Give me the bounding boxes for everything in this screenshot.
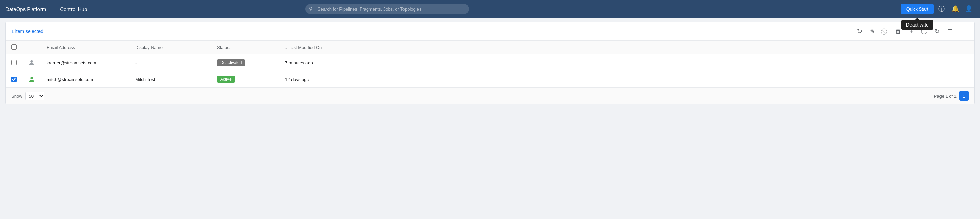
deactivate-tooltip-wrap: Quick Start Deactivate	[901, 4, 934, 14]
header-email: Email Address	[41, 41, 130, 54]
search-icon: ⚲	[309, 6, 312, 11]
plus-icon: +	[910, 28, 913, 35]
cell-display-name-0: -	[130, 54, 212, 71]
cell-email-1: mitch@streamsets.com	[41, 71, 130, 88]
user-avatar-icon: 👤	[965, 5, 972, 13]
per-page-select[interactable]: 102550100	[25, 92, 44, 100]
header-checkbox-col	[6, 41, 22, 54]
ban-button[interactable]: ⃠	[880, 25, 891, 37]
table-toolbar: 1 item selected ↻ ✎ ⃠ 🗑 + ⓘ ↻	[6, 22, 974, 41]
help-nav-button[interactable]: ⓘ	[936, 3, 947, 14]
users-table: Email Address Display Name Status ↓Last …	[6, 41, 974, 87]
header-last-modified: ↓Last Modified On	[280, 41, 974, 54]
help-icon: ⓘ	[921, 27, 927, 35]
delete-button[interactable]: 🗑	[892, 25, 904, 37]
navbar: DataOps Platform Control Hub ⚲ Quick Sta…	[0, 0, 980, 18]
row-checkbox-0[interactable]	[11, 60, 17, 65]
edit-button[interactable]: ✎	[867, 25, 878, 37]
notifications-button[interactable]: 🔔	[949, 3, 961, 14]
sync-button[interactable]: ↻	[854, 25, 865, 37]
page-1-button[interactable]: 1	[959, 91, 969, 101]
select-all-checkbox[interactable]	[11, 44, 17, 50]
sort-down-icon: ↓	[285, 45, 287, 50]
sync-icon: ↻	[857, 27, 862, 35]
filter-button[interactable]: ☰	[944, 25, 956, 37]
nav-divider	[53, 4, 53, 14]
selected-count: 1 item selected	[11, 29, 43, 34]
search-input[interactable]	[305, 4, 469, 14]
page-info: Page 1 of 1	[934, 94, 957, 98]
main-container: 1 item selected ↻ ✎ ⃠ 🗑 + ⓘ ↻	[5, 22, 975, 105]
toolbar-actions: ↻ ✎ ⃠ 🗑 + ⓘ ↻ ☰ ⋮	[854, 25, 969, 37]
table-body: kramer@streamsets.com-Deactivated7 minut…	[6, 54, 974, 88]
header-avatar-col	[22, 41, 41, 54]
show-label: Show	[11, 94, 22, 98]
row-checkbox-1[interactable]	[11, 76, 17, 82]
user-avatar-1	[28, 75, 36, 83]
svg-point-1	[30, 77, 33, 79]
table-footer: Show 102550100 Page 1 of 1 1	[6, 87, 974, 104]
refresh-button[interactable]: ↻	[931, 25, 943, 37]
cell-last-modified-0: 7 minutes ago	[280, 54, 974, 71]
user-avatar-0	[28, 59, 36, 67]
cell-display-name-1: Mitch Test	[130, 71, 212, 88]
status-badge-0: Deactivated	[217, 59, 245, 66]
svg-point-0	[30, 60, 33, 63]
more-icon: ⋮	[960, 27, 966, 35]
cell-email-0: kramer@streamsets.com	[41, 54, 130, 71]
more-options-button[interactable]: ⋮	[957, 25, 969, 37]
user-profile-button[interactable]: 👤	[963, 3, 975, 14]
status-badge-1: Active	[217, 76, 235, 83]
table-header: Email Address Display Name Status ↓Last …	[6, 41, 974, 54]
brand-logo: DataOps Platform	[5, 6, 46, 12]
refresh-icon: ↻	[935, 27, 940, 35]
table-row: kramer@streamsets.com-Deactivated7 minut…	[6, 54, 974, 71]
help-button[interactable]: ⓘ	[918, 25, 930, 37]
filter-icon: ☰	[947, 27, 953, 35]
navbar-actions: Quick Start Deactivate ⓘ 🔔 👤	[901, 3, 975, 14]
quickstart-button[interactable]: Quick Start	[901, 4, 934, 14]
header-status: Status	[212, 41, 280, 54]
search-container: ⚲	[305, 4, 469, 14]
add-button[interactable]: +	[905, 25, 917, 37]
bell-icon: 🔔	[951, 5, 959, 13]
cell-last-modified-1: 12 days ago	[280, 71, 974, 88]
nav-title: Control Hub	[60, 6, 87, 12]
table-row: mitch@streamsets.comMitch TestActive12 d…	[6, 71, 974, 88]
trash-icon: 🗑	[895, 28, 901, 35]
edit-icon: ✎	[870, 27, 875, 35]
help-circle-icon: ⓘ	[939, 5, 945, 13]
header-display-name: Display Name	[130, 41, 212, 54]
